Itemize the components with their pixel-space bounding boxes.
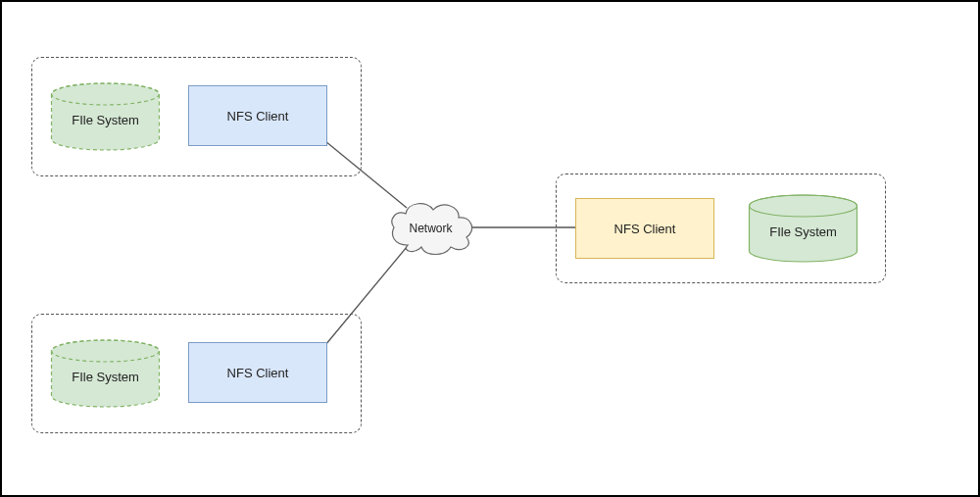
nfs-client-label-bottom: NFS Client (227, 366, 289, 380)
file-system-cylinder-bottom: FIle System (49, 339, 162, 408)
nfs-server-label: NFS Client (614, 222, 676, 236)
diagram-canvas: FIle System NFS Client FIle System NFS C… (0, 0, 980, 497)
nfs-client-box-top: NFS Client (188, 85, 327, 146)
file-system-cylinder-right: FIle System (747, 194, 859, 263)
file-system-label-right: FIle System (747, 224, 859, 239)
file-system-label-bottom: FIle System (49, 370, 162, 384)
network-cloud: Network (384, 196, 477, 260)
nfs-client-box-bottom: NFS Client (188, 342, 327, 403)
nfs-server-box: NFS Client (575, 198, 714, 259)
nfs-client-label-top: NFS Client (227, 109, 289, 124)
file-system-label-top: FIle System (49, 113, 162, 127)
network-label: Network (409, 222, 452, 235)
file-system-cylinder-top: FIle System (49, 82, 162, 151)
